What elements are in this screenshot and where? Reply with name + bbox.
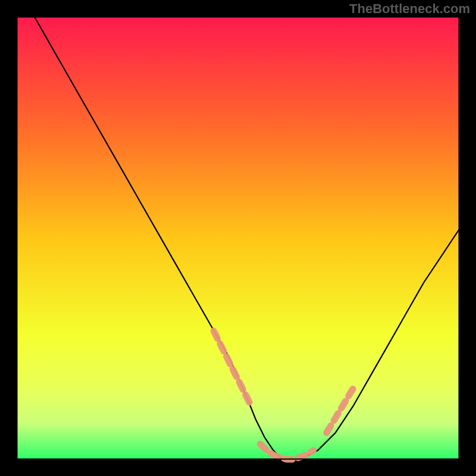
gradient-background — [17, 17, 459, 459]
watermark-text: TheBottleneck.com — [349, 1, 470, 17]
bottleneck-chart — [0, 0, 476, 476]
chart-container: TheBottleneck.com — [0, 0, 476, 476]
